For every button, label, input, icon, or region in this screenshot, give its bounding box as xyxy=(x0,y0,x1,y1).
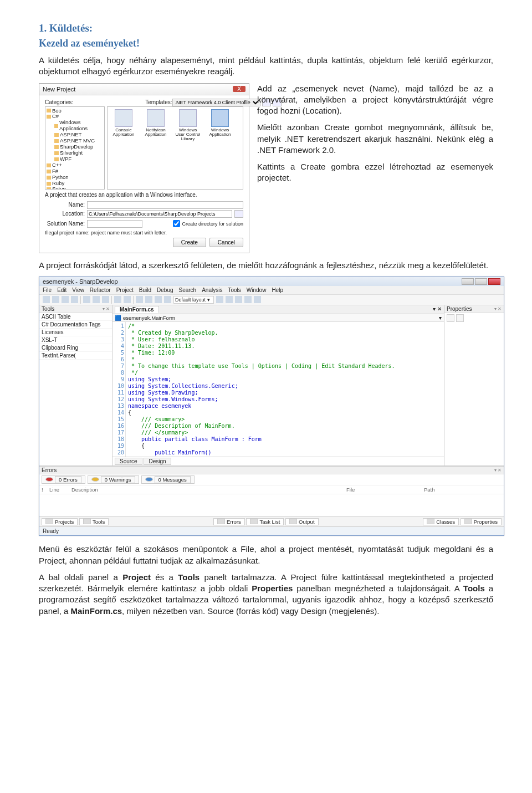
messages-tab[interactable]: 0 Messages xyxy=(141,475,195,484)
tools-list-item[interactable]: TextInt.Parse( xyxy=(39,352,112,360)
panel-pin-icon[interactable]: ▾ ✕ xyxy=(103,306,110,311)
browse-icon[interactable] xyxy=(234,210,243,218)
template-item[interactable]: NotifyIcon Application xyxy=(142,109,170,187)
framework-select[interactable]: .NET Framework 4.0 Client Profile xyxy=(172,99,260,106)
tool-stop-icon[interactable] xyxy=(145,296,152,303)
tools-list-item[interactable]: Clipboard Ring xyxy=(39,344,112,352)
editor-tab[interactable]: MainForm.cs xyxy=(115,306,159,313)
bottom-tab[interactable]: Errors xyxy=(213,518,245,525)
create-directory-label: Create directory for solution xyxy=(182,221,243,227)
after-ide-paragraph-2: A bal oldali panel a Project és a Tools … xyxy=(39,572,493,617)
tool-d-icon[interactable] xyxy=(244,296,252,303)
editor-panel: MainForm.cs ▾ ✕ 🟦 esemenyek.MainForm ▾ 1… xyxy=(112,305,444,465)
tool-copy-icon[interactable] xyxy=(93,296,100,303)
ide-menubar[interactable]: FileEditViewRefactorProjectBuildDebugSea… xyxy=(39,286,504,295)
errors-panel: Errors▾ ✕ 0 Errors 0 Warnings 0 Messages… xyxy=(39,466,504,516)
bottom-tab[interactable]: Projects xyxy=(42,518,78,525)
ide-window-title: esemenyek - SharpDevelop xyxy=(43,278,118,285)
categorize-icon[interactable] xyxy=(447,314,454,322)
minimize-icon[interactable] xyxy=(462,278,474,285)
bottom-tab[interactable]: Task List xyxy=(246,518,284,525)
layout-combo[interactable]: Default layout ▾ xyxy=(173,296,214,304)
tool-saveall-icon[interactable] xyxy=(71,296,78,303)
bottom-tab[interactable]: Classes xyxy=(423,518,459,525)
tool-redo-icon[interactable] xyxy=(124,296,131,303)
menu-item[interactable]: Edit xyxy=(57,287,66,293)
tools-list-item[interactable]: C# Documentation Tags xyxy=(39,321,112,329)
template-item[interactable]: Console Application xyxy=(110,109,137,187)
cancel-button[interactable]: Cancel xyxy=(209,238,243,247)
alphabetical-icon[interactable] xyxy=(456,314,464,322)
menu-item[interactable]: Project xyxy=(116,287,134,293)
location-input[interactable] xyxy=(87,210,232,218)
tools-list-item[interactable]: Licenses xyxy=(39,329,112,336)
tool-undo-icon[interactable] xyxy=(114,296,121,303)
panel-pin-icon[interactable]: ▾ ✕ xyxy=(494,306,502,311)
heading: 1. Küldetés: xyxy=(39,22,493,34)
tree-item[interactable]: Windows Applications xyxy=(53,120,104,132)
tool-run-icon[interactable] xyxy=(136,296,143,303)
warnings-tab[interactable]: 0 Warnings xyxy=(88,475,139,484)
menu-item[interactable]: Analysis xyxy=(202,287,222,293)
tool-new-icon[interactable] xyxy=(43,296,50,303)
menu-item[interactable]: Tools xyxy=(228,287,241,293)
maximize-icon[interactable] xyxy=(475,278,487,285)
menu-item[interactable]: View xyxy=(72,287,84,293)
tool-paste-icon[interactable] xyxy=(102,296,109,303)
breadcrumb-icon: 🟦 xyxy=(115,315,121,321)
tools-panel-title: Tools xyxy=(42,306,54,312)
bottom-tab[interactable]: Properties xyxy=(461,518,502,525)
bottom-tab[interactable]: Tools xyxy=(79,518,109,525)
tool-open-icon[interactable] xyxy=(52,296,59,303)
tools-list-item[interactable]: XSL-T xyxy=(39,336,112,344)
errors-tab[interactable]: 0 Errors xyxy=(42,475,85,484)
create-directory-checkbox[interactable] xyxy=(173,220,180,227)
bottom-tab[interactable]: Output xyxy=(285,518,319,525)
design-tab[interactable]: Design xyxy=(144,458,171,465)
menu-item[interactable]: Build xyxy=(139,287,151,293)
source-tab[interactable]: Source xyxy=(115,458,142,465)
tool-b-icon[interactable] xyxy=(226,296,233,303)
tools-panel: Tools▾ ✕ ASCII TableC# Documentation Tag… xyxy=(39,305,112,465)
tool-a-icon[interactable] xyxy=(216,296,223,303)
col-file: File xyxy=(346,487,424,493)
ide-screenshot: esemenyek - SharpDevelop FileEditViewRef… xyxy=(39,277,504,536)
close-window-icon[interactable] xyxy=(488,278,500,285)
properties-panel-title: Properties xyxy=(447,306,472,312)
tree-item[interactable]: Python xyxy=(45,175,104,181)
template-item[interactable]: Windows Application xyxy=(206,109,234,187)
tool-step2-icon[interactable] xyxy=(164,296,171,303)
template-item[interactable]: Windows User Control Library xyxy=(174,109,202,187)
after-ide-paragraph-1: Menü és eszköztár felül a szokásos menüp… xyxy=(39,544,493,566)
col-bang: ! xyxy=(42,487,49,493)
templates-panel[interactable]: Console ApplicationNotifyIcon Applicatio… xyxy=(107,106,243,190)
panel-pin-icon[interactable]: ▾ ✕ xyxy=(494,468,502,473)
location-label: Location: xyxy=(45,211,85,217)
menu-item[interactable]: Help xyxy=(272,287,283,293)
status-bar: Ready xyxy=(39,526,504,535)
tool-step-icon[interactable] xyxy=(155,296,162,303)
tool-save-icon[interactable] xyxy=(62,296,69,303)
tool-c-icon[interactable] xyxy=(235,296,242,303)
close-icon[interactable]: X xyxy=(233,86,245,92)
menu-item[interactable]: File xyxy=(43,287,52,293)
code-text[interactable]: /* * Created by SharpDevelop. * User: fe… xyxy=(126,322,397,457)
categories-tree[interactable]: BooC#Windows ApplicationsASP.NETASP.NET … xyxy=(45,106,105,190)
ide-toolbar[interactable]: Default layout ▾ xyxy=(39,295,504,305)
tab-overflow-icon[interactable]: ▾ ✕ xyxy=(433,306,442,313)
create-button[interactable]: Create xyxy=(173,238,206,247)
tree-item[interactable]: F# xyxy=(45,168,104,175)
tool-e-icon[interactable] xyxy=(254,296,261,303)
menu-item[interactable]: Refactor xyxy=(90,287,111,293)
line-gutter: 1234567891011121314151617181920212223 xyxy=(112,322,126,457)
code-path[interactable]: esemenyek.MainForm xyxy=(123,315,175,321)
menu-item[interactable]: Window xyxy=(247,287,267,293)
tool-cut-icon[interactable] xyxy=(83,296,90,303)
name-input[interactable] xyxy=(87,201,243,209)
tools-list-item[interactable]: ASCII Table xyxy=(39,313,112,321)
side-paragraph-1: Add az „esemenyek nevet (Name), majd tal… xyxy=(257,83,493,117)
tree-item[interactable]: Setup xyxy=(45,186,104,189)
menu-item[interactable]: Search xyxy=(179,287,197,293)
solution-name-input[interactable] xyxy=(87,220,142,228)
menu-item[interactable]: Debug xyxy=(157,287,173,293)
